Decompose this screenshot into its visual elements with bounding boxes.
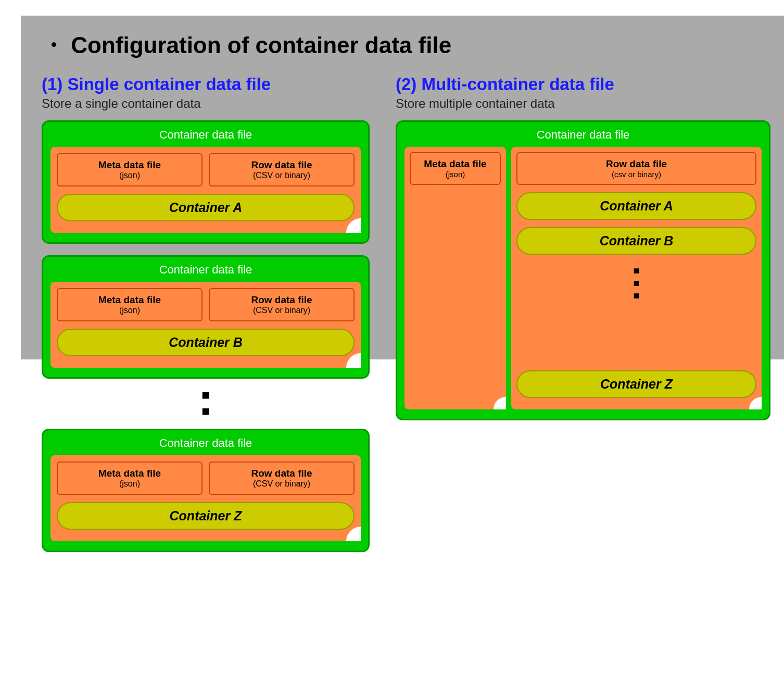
- container-b-pill: Container B: [57, 329, 355, 356]
- multi-row-header: Row data file (csv or binary): [516, 152, 756, 185]
- multi-container-z-pill: Container Z: [516, 370, 756, 398]
- left-dots: ■■: [42, 387, 370, 419]
- row-file-box-a: Row data file (CSV or binary): [209, 153, 355, 186]
- cdf-box-a: Container data file Meta data file (json…: [42, 120, 370, 244]
- page-title: ・ Configuration of container data file: [42, 30, 784, 61]
- row-sub-a: (CSV or binary): [217, 171, 346, 180]
- multi-container-section: (2) Multi-container data file Store mult…: [396, 74, 770, 420]
- cdf-box-z: Container data file Meta data file (json…: [42, 429, 370, 552]
- multi-row-col: Row data file (csv or binary) Container …: [511, 147, 762, 409]
- row-file-box-z: Row data file (CSV or binary): [209, 462, 355, 495]
- single-container-section: (1) Single container data file Store a s…: [42, 74, 370, 564]
- meta-sub-a: (json): [65, 171, 194, 180]
- meta-file-box-a: Meta data file (json): [57, 153, 203, 186]
- section2-title: (2) Multi-container data file: [396, 74, 770, 94]
- multi-cdf-box: Container data file Meta data file (json…: [396, 120, 770, 420]
- container-z-pill-left: Container Z: [57, 502, 355, 530]
- multi-cdf-header: Container data file: [404, 128, 762, 142]
- row-file-box-b: Row data file (CSV or binary): [209, 288, 355, 321]
- section2-subtitle: Store multiple container data: [396, 96, 770, 111]
- cdf-header-z: Container data file: [50, 437, 361, 450]
- bullet-icon: ・: [42, 32, 65, 58]
- meta-file-box-b: Meta data file (json): [57, 288, 203, 321]
- meta-file-box-z: Meta data file (json): [57, 462, 203, 495]
- container-a-pill: Container A: [57, 194, 355, 221]
- multi-container-b-pill: Container B: [516, 227, 756, 255]
- cdf-header-a: Container data file: [50, 128, 361, 142]
- multi-meta-col: Meta data file (json): [404, 147, 506, 409]
- section1-subtitle: Store a single container data: [42, 96, 370, 111]
- meta-label-a: Meta data file: [65, 159, 194, 171]
- section1-title: (1) Single container data file: [42, 74, 370, 94]
- multi-container-a-pill: Container A: [516, 192, 756, 220]
- right-dots: ■■■: [516, 264, 756, 302]
- row-label-a: Row data file: [217, 159, 346, 171]
- multi-meta-header: Meta data file (json): [410, 152, 501, 185]
- cdf-box-b: Container data file Meta data file (json…: [42, 255, 370, 379]
- cdf-header-b: Container data file: [50, 263, 361, 277]
